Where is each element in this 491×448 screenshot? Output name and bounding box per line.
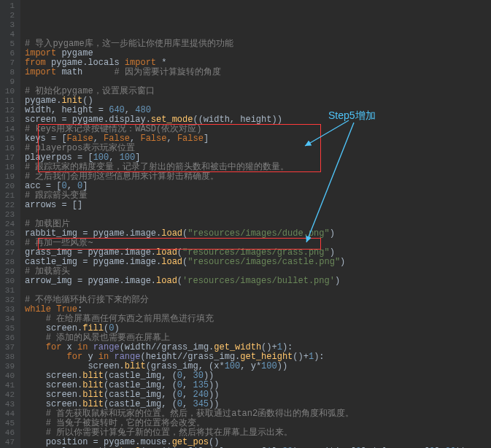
line-number: 25 [3,229,15,239]
line-number: 23 [3,210,15,220]
line-number: 10 [3,87,15,96]
line-number: 36 [3,333,15,343]
line-number: 32 [3,296,15,305]
line-number: 24 [3,220,15,229]
code-line[interactable]: arrow_img = pygame.image.load('resources… [25,277,491,286]
line-number: 28 [3,258,15,267]
line-number: 43 [3,400,15,409]
line-number: 26 [3,239,15,248]
line-number: 16 [3,144,15,153]
code-line[interactable]: # 之后我们会用到这些信息用来计算射击精确度。 [25,172,491,182]
line-number: 42 [3,390,15,400]
line-number: 41 [3,381,15,390]
line-number: 19 [3,172,15,182]
line-number: 33 [3,305,15,314]
line-number: 9 [3,77,15,87]
line-number: 14 [3,125,15,134]
line-number: 7 [3,58,15,68]
line-number: 21 [3,191,15,201]
line-number: 13 [3,115,15,125]
code-line[interactable] [25,210,491,220]
line-number: 34 [3,314,15,324]
code-line[interactable]: rabbit_img = pygame.image.load("resource… [25,229,491,239]
line-number: 31 [3,286,15,296]
code-area[interactable]: # 导入pygame库，这一步能让你使用库里提供的功能import pygame… [20,0,491,448]
line-number: 1 [3,1,15,11]
line-number: 8 [3,68,15,77]
code-line[interactable]: arrows = [] [25,201,491,210]
code-line[interactable]: acc = [0, 0] [25,182,491,191]
line-number: 6 [3,49,15,58]
code-editor[interactable]: 1234567891011121314151617181920212223242… [0,0,491,448]
code-line[interactable]: castle_img = pygame.image.load("resource… [25,258,491,267]
code-line[interactable]: # 初始化pygame，设置展示窗口 [25,87,491,96]
line-number: 2 [3,11,15,20]
line-number: 20 [3,182,15,191]
code-line[interactable]: import math # 因为需要计算旋转的角度 [25,68,491,77]
line-number: 11 [3,96,15,106]
line-gutter: 1234567891011121314151617181920212223242… [0,0,20,448]
line-number: 4 [3,30,15,39]
line-number: 3 [3,20,15,30]
line-number: 22 [3,201,15,210]
line-number: 15 [3,134,15,144]
line-number: 44 [3,409,15,419]
line-number: 27 [3,248,15,258]
line-number: 47 [3,438,15,447]
code-line[interactable]: # 跟踪箭头变量 [25,191,491,201]
line-number: 12 [3,106,15,115]
code-line[interactable]: # 导入pygame库，这一步能让你使用库里提供的功能 [25,39,491,49]
line-number: 46 [3,428,15,438]
line-number: 39 [3,362,15,371]
line-number: 30 [3,277,15,286]
line-number: 29 [3,267,15,277]
line-number: 5 [3,39,15,49]
code-line[interactable]: # 不停地循环执行接下来的部分 [25,296,491,305]
line-number: 37 [3,343,15,352]
line-number: 40 [3,371,15,381]
line-number: 38 [3,352,15,362]
line-number: 18 [3,163,15,172]
line-number: 45 [3,419,15,428]
line-number: 17 [3,153,15,163]
line-number: 35 [3,324,15,333]
